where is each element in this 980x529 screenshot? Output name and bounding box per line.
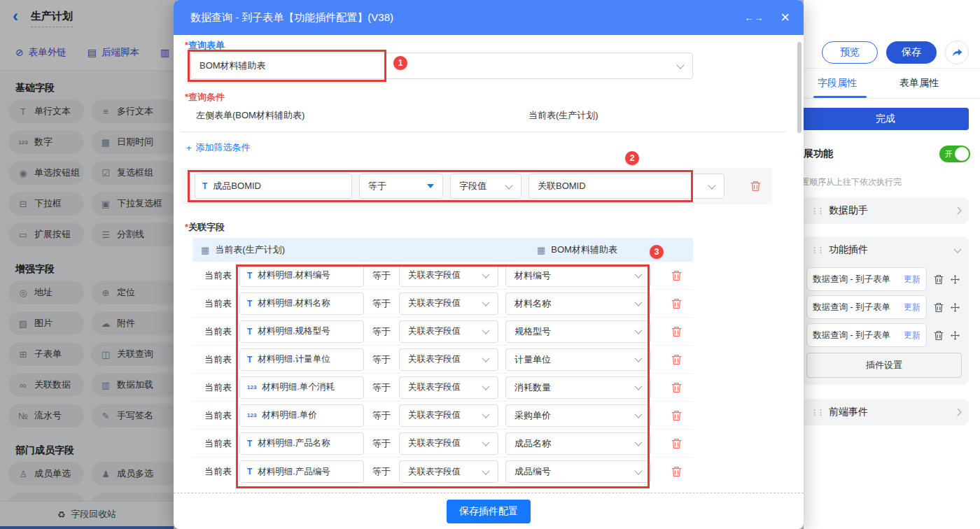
chevron-down-icon — [482, 298, 489, 306]
extended-function-row: 扩展功能 开 — [794, 146, 970, 162]
delete-row-icon[interactable] — [671, 410, 682, 421]
mapping-target-select[interactable]: 计量单位 — [505, 348, 651, 371]
value-type-value: 字段值 — [451, 180, 486, 192]
front-events-card: ⋮⋮ 前端事件 — [802, 399, 969, 425]
mapping-target-select[interactable]: 材料名称 — [505, 292, 651, 315]
save-button[interactable]: 保存 — [886, 41, 937, 64]
move-plugin-icon[interactable] — [951, 275, 960, 284]
move-plugin-icon[interactable] — [951, 331, 960, 340]
plugin-item[interactable]: 数据查询 - 到子表单 更新 — [806, 267, 927, 291]
data-helper-header[interactable]: ⋮⋮ 数据助手 — [802, 197, 969, 224]
mapping-header-bar: ▦ 当前表(生产计划) ▦BOM材料辅助表 — [192, 238, 693, 262]
mapping-field-value: 材料明细.材料编号 — [252, 269, 330, 281]
plugin-update-link[interactable]: 更新 — [904, 330, 920, 341]
mapping-field-input[interactable]: T材料明细.材料名称 — [239, 292, 364, 315]
plugin-item[interactable]: 数据查询 - 到子表单 更新 — [806, 295, 927, 319]
close-icon[interactable]: × — [780, 10, 790, 24]
plugin-update-link[interactable]: 更新 — [904, 274, 920, 285]
tab-form-properties[interactable]: 表单属性 — [899, 77, 939, 90]
preview-button[interactable]: 预览 — [822, 41, 878, 64]
delete-plugin-icon[interactable] — [934, 330, 944, 341]
target-value: 材料编号 — [506, 269, 551, 282]
mapping-field-input[interactable]: T材料明细.计量单位 — [239, 348, 364, 371]
mapping-field-input[interactable]: T材料明细.材料编号 — [239, 264, 364, 287]
delete-row-icon[interactable] — [671, 382, 682, 393]
drag-handle-icon[interactable]: ⋮⋮ — [811, 408, 823, 417]
delete-row-icon[interactable] — [671, 466, 682, 477]
mapping-row: 当前表 T材料明细.产品编号 等于 关联表字段值 成品编号 — [192, 458, 693, 486]
text-field-icon: T — [247, 271, 252, 281]
query-form-select[interactable]: BOM材料辅助表 — [190, 52, 693, 79]
delete-condition-icon[interactable] — [750, 181, 761, 192]
chevron-down-icon — [634, 410, 642, 418]
mapping-source-select[interactable]: 关联表字段值 — [399, 348, 498, 371]
chevron-down-icon — [634, 326, 642, 334]
mapping-row: 当前表 T材料明细.材料编号 等于 关联表字段值 材料编号 — [192, 262, 693, 290]
condition-operator-select[interactable]: 等于 — [359, 174, 443, 199]
operator-label: 等于 — [372, 465, 392, 478]
mapping-target-select[interactable]: 消耗数量 — [505, 376, 651, 399]
plugin-row: 数据查询 - 到子表单 更新 — [806, 267, 963, 291]
chevron-down-icon — [505, 181, 512, 189]
delete-row-icon[interactable] — [671, 270, 682, 281]
mapping-source-select[interactable]: 关联表字段值 — [399, 376, 498, 399]
add-filter-condition-link[interactable]: + 添加筛选条件 — [186, 141, 251, 154]
drag-handle-icon[interactable]: ⋮⋮ — [811, 206, 823, 216]
move-plugin-icon[interactable] — [951, 303, 960, 312]
expand-icon[interactable]: ←→ — [744, 13, 764, 23]
mapping-source-select[interactable]: 关联表字段值 — [399, 460, 498, 483]
toggle-knob — [955, 147, 969, 161]
condition-value-select[interactable]: 关联BOMID — [528, 174, 724, 199]
save-plugin-config-button[interactable]: 保存插件配置 — [447, 500, 531, 523]
source-value: 关联表字段值 — [400, 325, 461, 337]
annotation-badge-3: 3 — [650, 245, 664, 259]
chevron-down-icon — [634, 354, 642, 362]
plugin-item[interactable]: 数据查询 - 到子表单 更新 — [806, 323, 927, 347]
delete-plugin-icon[interactable] — [934, 302, 944, 313]
chevron-down-icon — [708, 181, 715, 189]
mapping-field-input[interactable]: 123材料明细.单价 — [239, 404, 364, 427]
operator-label: 等于 — [372, 409, 392, 422]
chevron-down-icon — [634, 467, 642, 474]
mapping-target-select[interactable]: 规格型号 — [505, 320, 651, 343]
target-value: 规格型号 — [506, 325, 551, 338]
tab-field-properties[interactable]: 字段属性 — [818, 77, 857, 90]
chevron-down-icon — [634, 270, 642, 278]
plugin-update-link[interactable]: 更新 — [904, 302, 920, 313]
extended-function-toggle[interactable]: 开 — [939, 146, 970, 162]
mapping-fields-label: *关联字段 — [190, 221, 225, 234]
mapping-field-value: 材料明细.材料名称 — [252, 297, 330, 309]
mapping-target-select[interactable]: 成品名称 — [505, 432, 651, 455]
source-value: 关联表字段值 — [400, 409, 461, 421]
done-button[interactable]: 完成 — [802, 108, 969, 130]
mapping-source-select[interactable]: 关联表字段值 — [399, 404, 498, 427]
plugins-header[interactable]: ⋮⋮ 功能插件 — [802, 237, 969, 263]
chevron-down-icon — [482, 382, 489, 390]
delete-row-icon[interactable] — [671, 438, 682, 449]
mapping-source-select[interactable]: 关联表字段值 — [399, 292, 498, 315]
mapping-field-input[interactable]: T材料明细.规格型号 — [239, 320, 364, 343]
mapping-field-input[interactable]: 123材料明细.单个消耗 — [239, 376, 364, 399]
mapping-source-select[interactable]: 关联表字段值 — [399, 320, 498, 343]
mapping-source-select[interactable]: 关联表字段值 — [399, 432, 498, 455]
delete-row-icon[interactable] — [671, 298, 682, 309]
mapping-field-input[interactable]: T材料明细.产品名称 — [239, 432, 364, 455]
mapping-target-select[interactable]: 材料编号 — [505, 264, 651, 287]
delete-row-icon[interactable] — [671, 326, 682, 337]
mapping-target-select[interactable]: 成品编号 — [505, 460, 651, 483]
drag-handle-icon[interactable]: ⋮⋮ — [811, 246, 823, 255]
share-button[interactable] — [945, 41, 969, 64]
share-arrow-icon — [952, 48, 962, 57]
front-events-header[interactable]: ⋮⋮ 前端事件 — [802, 399, 969, 425]
condition-field-input[interactable]: T 成品BOMID — [195, 174, 352, 199]
modal-scrollbar[interactable] — [797, 42, 802, 133]
mapping-target-select[interactable]: 采购单价 — [505, 404, 651, 427]
delete-row-icon[interactable] — [671, 354, 682, 365]
plus-icon: + — [186, 143, 192, 153]
app-root: ‹ 生产计划 ? 检 ⊘ 表单外链 ▤ 后端脚本 ▥ — [0, 0, 980, 529]
mapping-field-input[interactable]: T材料明细.产品编号 — [239, 460, 364, 483]
delete-plugin-icon[interactable] — [934, 274, 944, 285]
condition-value-type-select[interactable]: 字段值 — [450, 174, 522, 199]
plugin-settings-button[interactable]: 插件设置 — [806, 353, 962, 378]
mapping-source-select[interactable]: 关联表字段值 — [399, 264, 498, 287]
